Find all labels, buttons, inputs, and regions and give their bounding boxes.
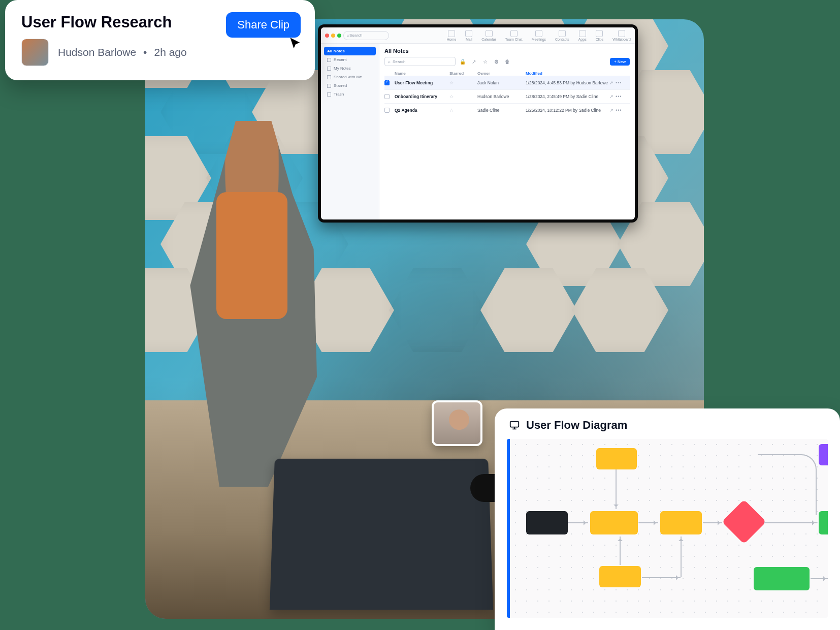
separator: •: [143, 46, 147, 58]
table-header: Name Starred Owner Modified: [384, 71, 630, 76]
row-checkbox[interactable]: [384, 94, 390, 99]
col-starred[interactable]: Starred: [449, 71, 477, 76]
flow-arrow: [616, 469, 617, 509]
flow-arrow: [764, 522, 817, 523]
row-modified: 1/28/2024, 4:45:53 PM by Hudson Barlowe: [526, 80, 609, 85]
row-modified: 1/28/2024, 2:45:49 PM by Sadie Cline: [526, 94, 609, 99]
filter-icon[interactable]: ⚙: [492, 57, 500, 66]
diagram-panel: User Flow Diagram: [495, 408, 840, 630]
tab-meetings[interactable]: Meetings: [532, 30, 546, 41]
row-more-icon[interactable]: ↗ •••: [609, 94, 630, 99]
flow-arrow: [568, 522, 588, 523]
flow-node[interactable]: [599, 566, 641, 587]
row-modified: 1/25/2024, 10:12:22 PM by Sadie Cline: [526, 108, 609, 113]
flow-node[interactable]: [819, 511, 828, 534]
new-note-button[interactable]: + New: [610, 58, 630, 66]
author-name: Hudson Barlowe: [58, 46, 136, 58]
laptop: [270, 459, 493, 610]
row-checkbox[interactable]: [384, 108, 390, 113]
col-modified[interactable]: Modified: [526, 71, 609, 76]
trash-icon[interactable]: 🗑: [503, 57, 511, 66]
tv-screen: ⌕ Search Home Mail Calendar Team Chat Me…: [318, 24, 638, 223]
row-name: Q2 Agenda: [395, 108, 449, 113]
tab-team-chat[interactable]: Team Chat: [505, 30, 523, 41]
tab-clips[interactable]: Clips: [596, 30, 604, 41]
flow-arrow: [758, 454, 817, 515]
flow-arrow: [811, 578, 828, 579]
flow-node[interactable]: [660, 511, 702, 534]
participant-thumbnail[interactable]: [432, 400, 482, 446]
flow-arrow: [620, 537, 621, 565]
row-more-icon[interactable]: ↗ •••: [609, 108, 630, 113]
global-search-placeholder: Search: [349, 33, 362, 38]
flow-arrow: [681, 537, 682, 577]
row-more-icon[interactable]: ↗ •••: [609, 80, 630, 85]
content-heading: All Notes: [384, 48, 630, 54]
content-toolbar: ⌕ Search 🔒 ↗ ☆ ⚙ 🗑 + New: [384, 57, 630, 66]
avatar: [21, 39, 49, 66]
flow-node[interactable]: [819, 444, 828, 465]
tab-apps[interactable]: Apps: [578, 30, 587, 41]
sidebar-item-all-notes[interactable]: All Notes: [324, 47, 376, 55]
flow-node[interactable]: [754, 567, 810, 590]
svg-rect-0: [510, 422, 519, 427]
row-owner: Hudson Barlowe: [477, 94, 526, 99]
sidebar-item-my-notes[interactable]: My Notes: [324, 64, 376, 73]
window-dots: [325, 34, 341, 38]
star-icon[interactable]: ☆: [449, 108, 477, 113]
tab-mail[interactable]: Mail: [465, 30, 472, 41]
content-search[interactable]: ⌕ Search: [384, 57, 456, 66]
clip-card: User Flow Research Share Clip Hudson Bar…: [5, 0, 315, 80]
flow-arrow: [703, 522, 722, 523]
app-topbar: ⌕ Search Home Mail Calendar Team Chat Me…: [321, 27, 635, 44]
tab-calendar[interactable]: Calendar: [481, 30, 496, 41]
content-search-placeholder: Search: [393, 59, 405, 64]
table-row[interactable]: Q2 Agenda ☆ Sadie Cline 1/25/2024, 10:12…: [384, 103, 630, 117]
sidebar-item-starred[interactable]: Starred: [324, 81, 376, 90]
flow-arrow: [639, 522, 658, 523]
col-owner[interactable]: Owner: [477, 71, 526, 76]
flow-node[interactable]: [596, 448, 637, 469]
table-row[interactable]: User Flow Meeting ☆ Jack Nolan 1/28/2024…: [384, 76, 630, 89]
star-icon[interactable]: ☆: [481, 57, 489, 66]
row-owner: Sadie Cline: [477, 108, 526, 113]
row-name: Onboarding Itinerary: [395, 94, 449, 99]
share-clip-button[interactable]: Share Clip: [226, 12, 301, 38]
row-name: User Flow Meeting: [395, 80, 449, 85]
tab-contacts[interactable]: Contacts: [555, 30, 569, 41]
cursor-icon: [288, 37, 303, 51]
flow-node[interactable]: [590, 511, 638, 534]
tab-whiteboard[interactable]: Whiteboard: [612, 30, 631, 41]
diagram-title: User Flow Diagram: [526, 419, 627, 432]
sidebar-item-shared[interactable]: Shared with Me: [324, 73, 376, 81]
col-name[interactable]: Name: [395, 71, 449, 76]
flow-start-node[interactable]: [526, 511, 568, 534]
timestamp: 2h ago: [154, 46, 186, 58]
sidebar-item-trash[interactable]: Trash: [324, 90, 376, 99]
tab-home[interactable]: Home: [447, 30, 457, 41]
search-icon: ⌕: [388, 59, 391, 64]
row-owner: Jack Nolan: [477, 80, 526, 85]
monitor-icon: [509, 420, 520, 431]
sidebar: All Notes Recent My Notes Shared with Me…: [321, 44, 379, 219]
table-row[interactable]: Onboarding Itinerary ☆ Hudson Barlowe 1/…: [384, 89, 630, 103]
flow-diagram[interactable]: [507, 439, 828, 618]
star-icon[interactable]: ☆: [449, 94, 477, 99]
global-search[interactable]: ⌕ Search: [343, 31, 389, 40]
row-checkbox[interactable]: [384, 80, 390, 85]
lock-icon[interactable]: 🔒: [459, 57, 467, 66]
flow-arrow: [642, 577, 681, 578]
star-icon[interactable]: ☆: [449, 80, 477, 85]
share-icon[interactable]: ↗: [470, 57, 478, 66]
sidebar-item-recent[interactable]: Recent: [324, 55, 376, 64]
